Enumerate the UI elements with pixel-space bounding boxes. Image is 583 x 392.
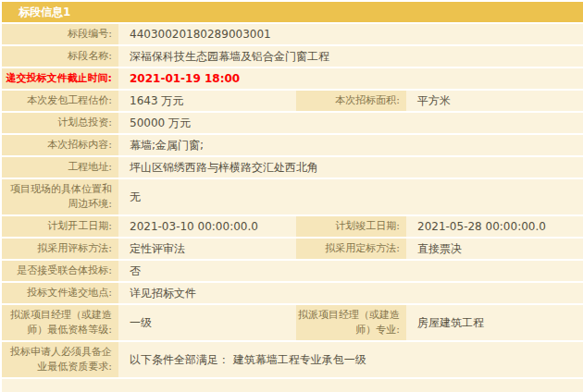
field-label: 拟采用定标方法: xyxy=(296,239,406,259)
field-label: 投标申请人必须具备企业最低资质要求: xyxy=(2,342,118,377)
field-value: 1643 万元 xyxy=(118,91,296,111)
field-label: 标段编号: xyxy=(2,24,118,44)
table-row-project-manager: 拟派项目经理（或建造师）最低资格等级: 一级 拟派项目经理（或建造师）专业: 房… xyxy=(2,305,583,340)
field-value: 详见招标文件 xyxy=(118,283,583,303)
field-label: 拟采用评标方法: xyxy=(2,239,118,259)
field-label: 本次招标内容: xyxy=(2,135,118,155)
table-row-total-investment: 计划总投资: 50000 万元 xyxy=(2,113,583,133)
field-label: 本次招标面积: xyxy=(296,91,406,111)
table-row-consortium-bid: 是否接受联合体投标: 否 xyxy=(2,261,583,281)
field-label: 计划开工日期: xyxy=(2,216,118,237)
field-value: 平方米 xyxy=(406,91,583,111)
field-label: 计划竣工日期: xyxy=(296,216,406,237)
table-row-qualification-requirements: 投标申请人必须具备企业最低资质要求: 以下条件全部满足： 建筑幕墙工程专业承包一… xyxy=(2,342,583,377)
field-label: 拟派项目经理（或建造师）专业: xyxy=(296,305,406,340)
field-label: 标段名称: xyxy=(2,46,118,67)
field-label: 本次发包工程估价: xyxy=(2,91,118,111)
table-row-submission-deadline: 递交投标文件截止时间: 2021-01-19 18:00 xyxy=(2,68,583,89)
field-value: 坪山区锦绣西路与梓横路交汇处西北角 xyxy=(118,157,583,178)
partial-next-row xyxy=(2,379,583,392)
field-value: 定性评审法 xyxy=(118,239,296,259)
section-header-title: 标段信息1 xyxy=(2,2,583,22)
field-value: 2021-01-19 18:00 xyxy=(118,68,583,89)
table-row-site-location: 项目现场的具体位置和周边环境: 无 xyxy=(2,179,583,214)
table-row-estimate-and-area: 本次发包工程估价: 1643 万元 本次招标面积: 平方米 xyxy=(2,91,583,111)
bid-section-table: 标段信息1 标段编号: 44030020180289003001 标段名称: 深… xyxy=(0,0,583,392)
field-value: 否 xyxy=(118,261,583,281)
field-value: 以下条件全部满足： 建筑幕墙工程专业承包一级 xyxy=(118,342,583,377)
table-row-evaluation-methods: 拟采用评标方法: 定性评审法 拟采用定标方法: 直接票决 xyxy=(2,239,583,259)
table-row-section-number: 标段编号: 44030020180289003001 xyxy=(2,24,583,44)
field-value: 2021-05-28 00:00:00.0 xyxy=(406,216,583,237)
table-row-submission-place: 投标文件递交地点: 详见招标文件 xyxy=(2,283,583,303)
field-label: 递交投标文件截止时间: xyxy=(2,68,118,89)
field-label: 拟派项目经理（或建造师）最低资格等级: xyxy=(2,305,118,340)
field-value: 无 xyxy=(118,179,583,214)
field-value: 一级 xyxy=(118,305,296,340)
table-row-section-name: 标段名称: 深福保科技生态园幕墙及铝合金门窗工程 xyxy=(2,46,583,67)
field-label: 投标文件递交地点: xyxy=(2,283,118,303)
table-row-project-address: 工程地址: 坪山区锦绣西路与梓横路交汇处西北角 xyxy=(2,157,583,178)
field-value: 50000 万元 xyxy=(118,113,583,133)
field-value: 深福保科技生态园幕墙及铝合金门窗工程 xyxy=(118,46,583,67)
field-value: 幕墙;金属门窗; xyxy=(118,135,583,155)
field-value: 房屋建筑工程 xyxy=(406,305,583,340)
field-value: 直接票决 xyxy=(406,239,583,259)
table-row-tender-content: 本次招标内容: 幕墙;金属门窗; xyxy=(2,135,583,155)
field-label: 是否接受联合体投标: xyxy=(2,261,118,281)
table-row-start-end-dates: 计划开工日期: 2021-03-10 00:00:00.0 计划竣工日期: 20… xyxy=(2,216,583,237)
field-label: 项目现场的具体位置和周边环境: xyxy=(2,179,118,214)
field-value: 2021-03-10 00:00:00.0 xyxy=(118,216,296,237)
field-label: 计划总投资: xyxy=(2,113,118,133)
field-value: 44030020180289003001 xyxy=(118,24,583,44)
field-label: 工程地址: xyxy=(2,157,118,178)
